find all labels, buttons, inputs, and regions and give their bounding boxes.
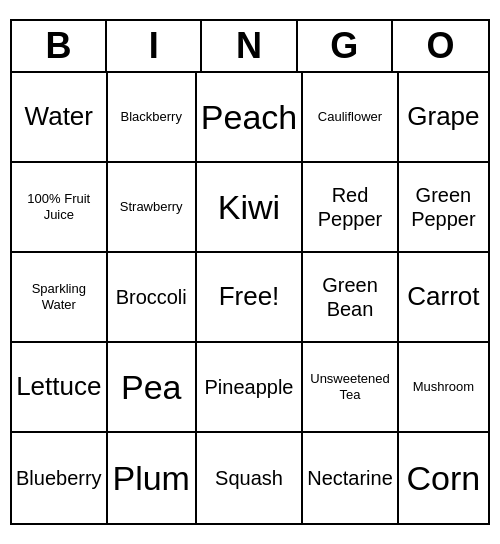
bingo-cell-24[interactable]: Corn — [399, 433, 488, 523]
bingo-cell-23[interactable]: Nectarine — [303, 433, 399, 523]
bingo-cell-text-15: Lettuce — [16, 371, 101, 402]
header-letter-i: I — [107, 21, 202, 71]
bingo-cell-text-19: Mushroom — [413, 379, 474, 395]
bingo-cell-text-24: Corn — [407, 458, 481, 499]
header-letter-g: G — [298, 21, 393, 71]
bingo-cell-11[interactable]: Broccoli — [108, 253, 197, 343]
bingo-cell-text-13: Green Bean — [307, 273, 393, 321]
bingo-cell-17[interactable]: Pineapple — [197, 343, 303, 433]
bingo-cell-2[interactable]: Peach — [197, 73, 303, 163]
bingo-cell-19[interactable]: Mushroom — [399, 343, 488, 433]
bingo-cell-5[interactable]: 100% Fruit Juice — [12, 163, 108, 253]
bingo-cell-12[interactable]: Free! — [197, 253, 303, 343]
header-letter-o: O — [393, 21, 488, 71]
bingo-cell-text-23: Nectarine — [307, 466, 393, 490]
header-letter-b: B — [12, 21, 107, 71]
bingo-cell-1[interactable]: Blackberry — [108, 73, 197, 163]
bingo-grid: WaterBlackberryPeachCauliflowerGrape100%… — [12, 73, 488, 523]
bingo-cell-text-10: Sparkling Water — [16, 281, 102, 312]
bingo-cell-20[interactable]: Blueberry — [12, 433, 108, 523]
bingo-cell-text-0: Water — [25, 101, 93, 132]
bingo-cell-text-21: Plum — [112, 458, 189, 499]
header-letter-n: N — [202, 21, 297, 71]
bingo-cell-text-17: Pineapple — [205, 375, 294, 399]
bingo-header: BINGO — [12, 21, 488, 73]
bingo-cell-text-1: Blackberry — [120, 109, 181, 125]
bingo-cell-text-16: Pea — [121, 367, 182, 408]
bingo-cell-3[interactable]: Cauliflower — [303, 73, 399, 163]
bingo-cell-0[interactable]: Water — [12, 73, 108, 163]
bingo-cell-text-7: Kiwi — [218, 187, 280, 228]
bingo-cell-text-22: Squash — [215, 466, 283, 490]
bingo-cell-13[interactable]: Green Bean — [303, 253, 399, 343]
bingo-cell-18[interactable]: Unsweetened Tea — [303, 343, 399, 433]
bingo-cell-text-2: Peach — [201, 97, 297, 138]
bingo-cell-6[interactable]: Strawberry — [108, 163, 197, 253]
bingo-cell-9[interactable]: Green Pepper — [399, 163, 488, 253]
bingo-cell-text-20: Blueberry — [16, 466, 102, 490]
bingo-cell-16[interactable]: Pea — [108, 343, 197, 433]
bingo-cell-text-4: Grape — [407, 101, 479, 132]
bingo-cell-text-3: Cauliflower — [318, 109, 382, 125]
bingo-cell-text-5: 100% Fruit Juice — [16, 191, 102, 222]
bingo-cell-text-9: Green Pepper — [403, 183, 484, 231]
bingo-cell-7[interactable]: Kiwi — [197, 163, 303, 253]
bingo-cell-text-6: Strawberry — [120, 199, 183, 215]
bingo-cell-14[interactable]: Carrot — [399, 253, 488, 343]
bingo-cell-text-12: Free! — [219, 281, 280, 312]
bingo-cell-8[interactable]: Red Pepper — [303, 163, 399, 253]
bingo-cell-21[interactable]: Plum — [108, 433, 197, 523]
bingo-cell-10[interactable]: Sparkling Water — [12, 253, 108, 343]
bingo-cell-4[interactable]: Grape — [399, 73, 488, 163]
bingo-cell-15[interactable]: Lettuce — [12, 343, 108, 433]
bingo-cell-text-18: Unsweetened Tea — [307, 371, 393, 402]
bingo-cell-text-11: Broccoli — [116, 285, 187, 309]
bingo-cell-text-14: Carrot — [407, 281, 479, 312]
bingo-card: BINGO WaterBlackberryPeachCauliflowerGra… — [10, 19, 490, 525]
bingo-cell-22[interactable]: Squash — [197, 433, 303, 523]
bingo-cell-text-8: Red Pepper — [307, 183, 393, 231]
